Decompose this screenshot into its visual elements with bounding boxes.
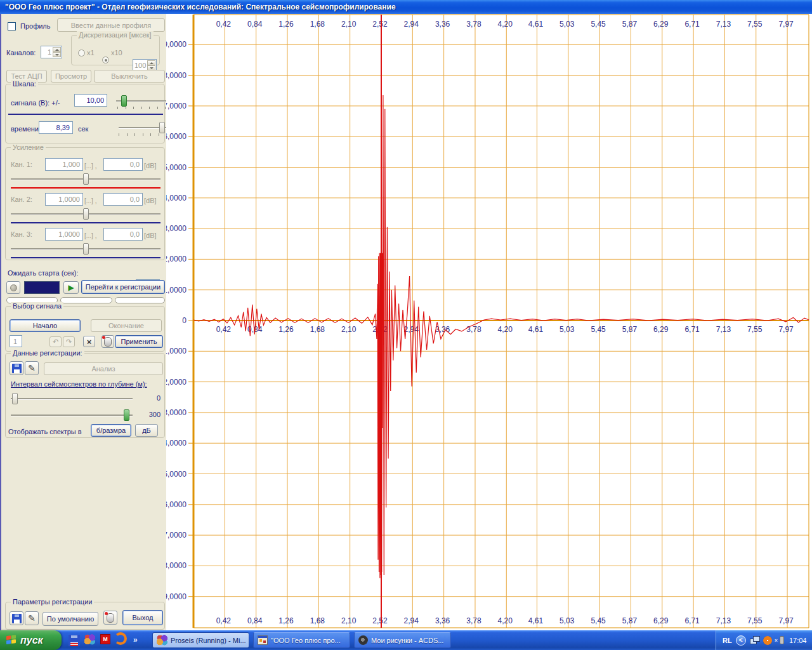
interval-from-value: 0 <box>150 394 160 402</box>
x10-radio[interactable] <box>102 56 109 63</box>
y-axis-label: 8,0000 <box>166 71 187 80</box>
gain-ch2-db-input[interactable]: 0,0 <box>103 193 143 206</box>
x-axis-label: 7,97 <box>778 325 794 334</box>
x1-radio[interactable] <box>78 50 85 56</box>
go-to-registration-button[interactable]: Перейти к регистрации <box>81 280 165 294</box>
slider-thumb[interactable] <box>83 208 89 220</box>
chart-canvas[interactable]: 9,00008,00007,00006,00005,00004,00003,00… <box>166 14 812 630</box>
gain-ch3-input[interactable]: 1,0000 <box>45 228 83 241</box>
x-axis-label: 6,71 <box>684 616 700 625</box>
quicklaunch-save-icon[interactable] <box>69 635 80 646</box>
y-axis-label: 5,0000 <box>166 163 187 172</box>
gain-ch3-db-input[interactable]: 0,0 <box>103 228 143 241</box>
start-button[interactable]: пуск <box>0 630 62 650</box>
y-axis-label: -2,0000 <box>166 378 187 387</box>
start-button[interactable]: ▶ <box>63 281 79 294</box>
spin-up-icon[interactable] <box>147 60 155 65</box>
spin-down-icon[interactable] <box>53 52 61 57</box>
redo-button[interactable]: ↷ <box>63 336 75 347</box>
y-axis-label: 7,0000 <box>166 102 187 110</box>
desktop: { "window": { "title": "\"ООО Гео плюс п… <box>0 0 812 650</box>
signal-scale-input[interactable]: 10,00 <box>74 94 107 107</box>
x-axis-label: 4,61 <box>528 20 544 29</box>
gain-ch2-slider[interactable] <box>11 213 160 215</box>
save-data-button[interactable] <box>10 361 23 375</box>
slider-thumb[interactable] <box>124 409 129 421</box>
x-axis-label: 0,84 <box>247 616 263 625</box>
x-axis-label: 2,52 <box>372 616 388 625</box>
x-axis-label: 5,87 <box>622 20 638 29</box>
slider-thumb[interactable] <box>121 95 127 107</box>
signal-start-button[interactable]: Начало <box>10 319 81 332</box>
interval-to-value: 300 <box>144 411 160 418</box>
hide-icons-chevron-icon[interactable]: < <box>736 635 746 646</box>
gain-ch3-slider[interactable] <box>11 248 160 250</box>
profile-checkbox[interactable] <box>8 22 16 30</box>
spin-up-icon[interactable] <box>53 47 61 52</box>
decibel-button[interactable]: дБ <box>135 424 158 437</box>
record-led-button[interactable] <box>6 281 20 294</box>
enter-profile-data-button[interactable]: Ввести данные профиля <box>57 18 165 32</box>
x-axis-label: 0,42 <box>216 325 232 334</box>
window-titlebar[interactable]: "ООО Гео плюс проект" - Отдел геофизичес… <box>0 0 812 14</box>
gain-ch2-input[interactable]: 1,0000 <box>45 193 83 206</box>
preview-button[interactable]: Просмотр <box>51 70 91 83</box>
task-my-pictures[interactable]: Мои рисунки - ACDS... <box>354 632 451 648</box>
edit-params-button[interactable]: ✎ <box>25 611 39 625</box>
close-icon[interactable]: × <box>775 637 778 644</box>
interval-to-slider[interactable] <box>11 415 133 416</box>
dimensionless-button[interactable]: б/размра <box>91 424 131 437</box>
quicklaunch-acdsee-icon[interactable]: M <box>100 634 110 644</box>
signal-scale-slider[interactable] <box>116 100 167 102</box>
x-axis-label: 2,10 <box>341 616 357 625</box>
x-axis-label: 2,10 <box>341 325 357 334</box>
seismic-trace-chart[interactable]: 9,00008,00007,00006,00005,00004,00003,00… <box>166 14 812 630</box>
quicklaunch-more-icon[interactable]: » <box>133 635 138 644</box>
language-indicator[interactable]: RL <box>723 637 732 644</box>
time-scale-input[interactable]: 8,39 <box>39 121 73 134</box>
task-proseis[interactable]: Proseis (Running) - Mi... <box>152 632 249 648</box>
edit-data-button[interactable]: ✎ <box>25 361 39 375</box>
power-off-button[interactable]: Выключить <box>94 70 165 83</box>
acdsee-tray-icon[interactable] <box>763 636 772 645</box>
removable-device-icon[interactable] <box>780 636 784 644</box>
visual-studio-icon <box>157 635 167 646</box>
network-icon[interactable] <box>750 636 760 644</box>
gain-ch1-input[interactable]: 1,000 <box>45 158 83 171</box>
pick-tool-button[interactable] <box>103 611 117 625</box>
save-params-button[interactable] <box>10 611 23 625</box>
x-axis-label: 1,26 <box>278 616 294 625</box>
task-geo-project[interactable]: "ООО Гео плюс про... <box>253 632 350 648</box>
channel1-color-line <box>11 187 160 189</box>
x-axis-label: 0,42 <box>216 616 232 625</box>
gain-ch1-db-input[interactable]: 0,0 <box>103 158 143 171</box>
undo-button[interactable]: ↶ <box>49 336 62 347</box>
x-axis-label: 6,71 <box>684 325 700 334</box>
interval-from-slider[interactable] <box>11 398 133 400</box>
x-axis-label: 4,61 <box>528 325 544 334</box>
pick-tool-button[interactable] <box>102 335 114 348</box>
defaults-button[interactable]: По умолчанию <box>43 612 98 626</box>
exit-button[interactable]: Выход <box>122 610 163 625</box>
clock: 17:04 <box>789 637 807 644</box>
slider-thumb[interactable] <box>83 173 89 185</box>
channels-spinner[interactable]: 1 <box>41 46 62 58</box>
y-axis-label: 9,0000 <box>166 40 187 49</box>
quicklaunch-visual-studio-icon[interactable] <box>84 634 95 645</box>
gain-ch1-slider[interactable] <box>11 178 160 180</box>
x-axis-label: 0,84 <box>247 20 263 29</box>
discretization-group: Дискретизация [мксек] x1 x10 100 <box>71 35 160 65</box>
x-axis-label: 2,52 <box>372 20 388 29</box>
analysis-button[interactable]: Анализ <box>44 362 163 375</box>
signal-end-button[interactable]: Окончание <box>91 319 162 332</box>
y-axis-label: 1,0000 <box>166 286 187 295</box>
slider-thumb[interactable] <box>12 393 18 404</box>
slider-thumb[interactable] <box>83 243 89 255</box>
time-scale-slider[interactable] <box>119 127 167 129</box>
slider-thumb[interactable] <box>159 122 165 133</box>
scale-group: Шкала: сигнала (В): +/- 10,00 времени 8,… <box>5 84 165 143</box>
x-axis-label: 4,61 <box>528 616 544 625</box>
y-axis-label: -1,0000 <box>166 347 187 355</box>
clear-selection-button[interactable]: × <box>83 336 95 347</box>
apply-button[interactable]: Применить <box>115 335 163 348</box>
